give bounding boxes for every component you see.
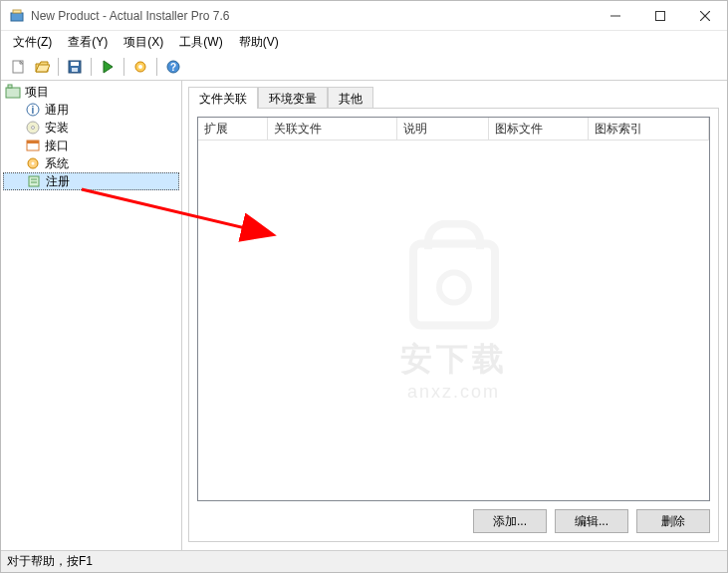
- svg-point-13: [138, 65, 142, 69]
- menubar: 文件(Z) 查看(Y) 项目(X) 工具(W) 帮助(V): [1, 31, 727, 53]
- svg-rect-23: [27, 141, 39, 143]
- tab-body: 扩展 关联文件 说明 图标文件 图标索引 安下载 anxz.com 添加... …: [188, 108, 719, 542]
- delete-button[interactable]: 删除: [636, 509, 710, 533]
- menu-tools[interactable]: 工具(W): [171, 32, 230, 53]
- svg-rect-10: [72, 68, 78, 72]
- maximize-button[interactable]: [637, 1, 682, 30]
- svg-rect-9: [71, 62, 79, 66]
- menu-view[interactable]: 查看(Y): [60, 32, 116, 53]
- tree-item-install[interactable]: 安装: [3, 119, 179, 137]
- project-tree[interactable]: 项目 i 通用 安装 接口 系统 注册: [3, 83, 179, 190]
- svg-rect-3: [655, 11, 664, 20]
- minimize-button[interactable]: [593, 1, 637, 30]
- svg-text:?: ?: [170, 62, 176, 73]
- tree-label-general: 通用: [45, 102, 69, 119]
- tree-root[interactable]: 项目: [3, 83, 179, 101]
- svg-text:i: i: [32, 105, 35, 116]
- svg-point-25: [32, 162, 35, 165]
- tree-label-install: 安装: [45, 120, 69, 137]
- toolbar-separator: [123, 58, 124, 76]
- tab-file-assoc[interactable]: 文件关联: [188, 87, 258, 109]
- col-assoc-file[interactable]: 关联文件: [268, 118, 397, 140]
- app-icon: [9, 8, 25, 24]
- watermark: 安下载 anxz.com: [400, 239, 508, 402]
- button-row: 添加... 编辑... 删除: [197, 509, 710, 533]
- run-button[interactable]: [97, 56, 119, 78]
- svg-rect-1: [13, 10, 21, 13]
- titlebar: New Product - Actual Installer Pro 7.6: [1, 1, 727, 31]
- tree-item-system[interactable]: 系统: [3, 154, 179, 172]
- add-button[interactable]: 添加...: [473, 509, 547, 533]
- svg-rect-26: [29, 176, 39, 186]
- file-assoc-list[interactable]: 扩展 关联文件 说明 图标文件 图标索引 安下载 anxz.com: [197, 117, 710, 501]
- menu-help[interactable]: 帮助(V): [231, 32, 287, 53]
- gear-icon: [25, 155, 41, 171]
- tree-root-label: 项目: [25, 84, 49, 101]
- edit-button[interactable]: 编辑...: [555, 509, 628, 533]
- watermark-en: anxz.com: [400, 381, 508, 402]
- tree-item-register[interactable]: 注册: [3, 172, 179, 190]
- tree-label-register: 注册: [46, 173, 70, 190]
- cd-icon: [25, 120, 41, 136]
- window-title: New Product - Actual Installer Pro 7.6: [31, 9, 593, 23]
- col-icon-index[interactable]: 图标索引: [589, 118, 709, 140]
- statusbar: 对于帮助，按F1: [1, 550, 727, 572]
- svg-marker-11: [104, 61, 113, 73]
- tree-label-system: 系统: [45, 155, 69, 172]
- col-description[interactable]: 说明: [397, 118, 489, 140]
- tab-other[interactable]: 其他: [328, 87, 373, 109]
- info-icon: i: [25, 102, 41, 118]
- close-button[interactable]: [682, 1, 727, 30]
- save-button[interactable]: [64, 56, 86, 78]
- svg-point-21: [32, 127, 35, 130]
- reg-icon: [26, 173, 42, 189]
- open-button[interactable]: [31, 56, 53, 78]
- window-icon: [25, 138, 41, 153]
- help-button[interactable]: ?: [162, 56, 184, 78]
- toolbar-separator: [156, 58, 157, 76]
- content-panel: 文件关联 环境变量 其他 扩展 关联文件 说明 图标文件 图标索引 安下载 an…: [182, 81, 727, 550]
- status-text: 对于帮助，按F1: [7, 553, 93, 570]
- settings-button[interactable]: [129, 56, 151, 78]
- tree-panel: 项目 i 通用 安装 接口 系统 注册: [1, 81, 182, 550]
- list-body[interactable]: 安下载 anxz.com: [198, 141, 709, 500]
- col-icon-file[interactable]: 图标文件: [489, 118, 589, 140]
- toolbar: ?: [1, 53, 727, 81]
- tree-item-interface[interactable]: 接口: [3, 137, 179, 154]
- col-extension[interactable]: 扩展: [198, 118, 268, 140]
- svg-rect-16: [6, 88, 20, 98]
- new-button[interactable]: [7, 56, 29, 78]
- tree-item-general[interactable]: i 通用: [3, 101, 179, 119]
- list-header: 扩展 关联文件 说明 图标文件 图标索引: [198, 118, 709, 141]
- tree-label-interface: 接口: [45, 138, 69, 154]
- toolbar-separator: [91, 58, 92, 76]
- main-area: 项目 i 通用 安装 接口 系统 注册: [1, 81, 727, 550]
- menu-project[interactable]: 项目(X): [116, 32, 171, 53]
- watermark-cn: 安下载: [400, 337, 508, 381]
- svg-rect-17: [8, 85, 12, 88]
- menu-file[interactable]: 文件(Z): [5, 32, 60, 53]
- tab-strip: 文件关联 环境变量 其他: [188, 87, 719, 109]
- toolbar-separator: [58, 58, 59, 76]
- project-icon: [5, 84, 21, 100]
- tab-env-vars[interactable]: 环境变量: [258, 87, 328, 109]
- svg-rect-0: [11, 13, 23, 21]
